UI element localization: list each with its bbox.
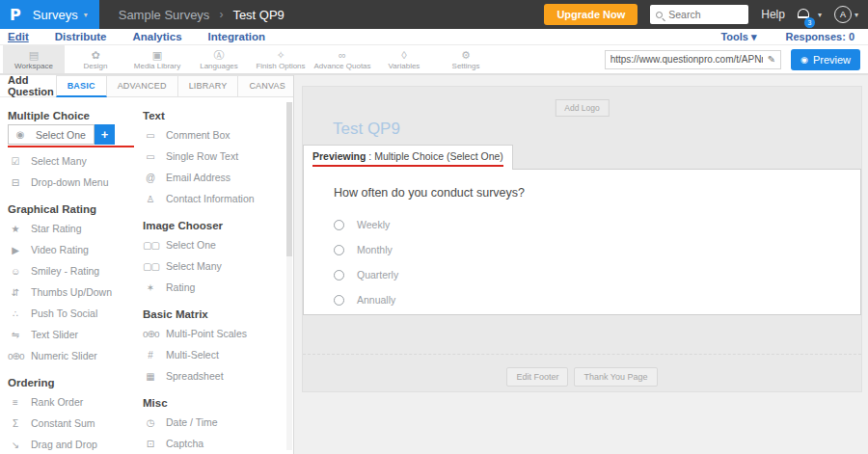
- panel-scrollbar[interactable]: [286, 102, 292, 450]
- toolbar-item-label: Media Library: [134, 62, 180, 70]
- radio-button[interactable]: [334, 220, 344, 230]
- toolbar-item-label: Design: [84, 62, 108, 70]
- question-type-rank-order[interactable]: ≡Rank Order: [8, 391, 143, 413]
- nav-tab-integration[interactable]: Integration: [208, 31, 265, 42]
- search-input[interactable]: [668, 9, 743, 20]
- toolbar-item-workspace[interactable]: ▤Workspace: [3, 45, 65, 73]
- question-type-multi-point-scales[interactable]: o⊕oMulti-Point Scales: [143, 323, 287, 344]
- surveys-menu[interactable]: Surveys ▾: [33, 8, 88, 22]
- question-type-date-time[interactable]: ◷Date / Time: [143, 412, 287, 433]
- question-type-comment-box[interactable]: ▭Comment Box: [143, 124, 287, 146]
- question-type-rating[interactable]: ✶Rating: [143, 277, 287, 298]
- survey-container: Add Logo Test QP9 Previewing : Multiple …: [303, 87, 861, 391]
- scrollbar-thumb[interactable]: [286, 102, 292, 256]
- thank-you-page-button[interactable]: Thank You Page: [574, 367, 657, 387]
- comment-icon: ▭: [143, 130, 157, 141]
- tools-menu[interactable]: Tools ▾: [720, 31, 756, 43]
- edit-url-icon[interactable]: ✎: [768, 54, 775, 65]
- question-type-multi-select[interactable]: #Multi-Select: [143, 344, 287, 365]
- notifications-button[interactable]: 3 ▾: [798, 11, 822, 19]
- question-type-drop-down-menu[interactable]: ⊟Drop-down Menu: [8, 172, 143, 193]
- question-type-select-one[interactable]: ◉Select One+: [8, 124, 143, 145]
- workspace-icon: ▤: [29, 49, 39, 61]
- video-icon: ▶: [8, 245, 22, 255]
- question-type-label: Comment Box: [166, 129, 231, 141]
- question-type-captcha[interactable]: ⊡Captcha: [143, 433, 287, 454]
- add-question-type-button[interactable]: +: [95, 124, 115, 145]
- question-type-push-to-social[interactable]: ∴Push To Social: [8, 303, 143, 324]
- survey-url-box: ✎: [605, 50, 781, 69]
- survey-canvas: Add Logo Test QP9 Previewing : Multiple …: [295, 75, 868, 454]
- survey-title[interactable]: Test QP9: [333, 120, 400, 139]
- add-question-panel: Add Question BASICADVANCEDLIBRARYCANVAS …: [0, 75, 294, 454]
- multi-point-icon: o⊕o: [143, 329, 157, 339]
- radio-button[interactable]: [334, 295, 344, 306]
- radio-button[interactable]: [334, 270, 344, 280]
- toolbar-item-media-library[interactable]: ▣Media Library: [126, 45, 188, 73]
- survey-url-input[interactable]: [610, 54, 763, 65]
- responses-count-link[interactable]: Responses: 0: [785, 31, 854, 43]
- question-type-thumbs-up-down[interactable]: ⇵Thumbs Up/Down: [8, 281, 143, 303]
- panel-tab-canvas[interactable]: CANVAS: [238, 75, 294, 97]
- toolbar-item-label: Workspace: [14, 62, 53, 70]
- help-link[interactable]: Help: [761, 8, 785, 21]
- radio-button[interactable]: [334, 245, 344, 255]
- nav-right: Tools ▾ Responses: 0: [720, 31, 854, 43]
- question-type-constant-sum[interactable]: ΣConstant Sum: [8, 413, 143, 434]
- question-type-select-many[interactable]: ▢▢Select Many: [143, 255, 287, 277]
- panel-column-1: Multiple Choice◉Select One+☑Select Many⊟…: [8, 99, 143, 454]
- panel-tab-basic[interactable]: BASIC: [56, 75, 107, 97]
- questionpro-logo[interactable]: P: [10, 6, 21, 24]
- toolbar-item-languages[interactable]: ⒶLanguages: [188, 45, 250, 73]
- question-type-smiley-rating[interactable]: ☺Smiley - Rating: [8, 260, 143, 281]
- question-type-label: Email Address: [166, 172, 231, 183]
- question-type-video-rating[interactable]: ▶Video Rating: [8, 239, 143, 260]
- edit-footer-button[interactable]: Edit Footer: [506, 367, 568, 387]
- drag-icon: ↘: [8, 440, 22, 450]
- answer-option-weekly: Weekly: [334, 212, 841, 237]
- question-type-box[interactable]: ◉Select One: [8, 124, 95, 145]
- toolbar-right: ✎ ◉ Preview: [605, 45, 868, 73]
- question-type-select-many[interactable]: ☑Select Many: [8, 150, 143, 172]
- question-preview-card: How often do you conduct surveys? Weekly…: [303, 169, 861, 315]
- question-type-email-address[interactable]: @Email Address: [143, 167, 287, 188]
- question-type-text-slider[interactable]: ⇋Text Slider: [8, 324, 143, 345]
- previewing-value: : Multiple Choice (Select One): [366, 150, 502, 162]
- toolbar-item-advance-quotas[interactable]: ∞Advance Quotas: [312, 45, 373, 73]
- question-type-single-row-text[interactable]: ▭Single Row Text: [143, 146, 287, 167]
- toolbar-item-variables[interactable]: ◊Variables: [373, 45, 435, 73]
- nav-tab-edit[interactable]: Edit: [8, 31, 29, 42]
- preview-button[interactable]: ◉ Preview: [791, 49, 860, 70]
- question-type-select-one[interactable]: ▢▢Select One: [143, 234, 287, 255]
- toolbar-item-settings[interactable]: ⚙Settings: [435, 45, 497, 73]
- notification-badge: 3: [804, 17, 815, 28]
- img-rating-icon: ✶: [143, 282, 157, 293]
- upgrade-now-button[interactable]: Upgrade Now: [544, 4, 637, 25]
- answer-options: WeeklyMonthlyQuarterlyAnnually: [334, 212, 841, 312]
- panel-tabs: BASICADVANCEDLIBRARYCANVAS: [56, 75, 294, 97]
- account-menu[interactable]: A ▾: [834, 6, 858, 23]
- panel-tab-library[interactable]: LIBRARY: [178, 75, 239, 97]
- panel-tab-advanced[interactable]: ADVANCED: [107, 75, 178, 97]
- panel-title: Add Question: [8, 75, 54, 97]
- nav-tab-distribute[interactable]: Distribute: [55, 31, 107, 42]
- brand-area: P Surveys ▾: [0, 0, 99, 29]
- question-type-drag-and-drop[interactable]: ↘Drag and Drop: [8, 434, 143, 454]
- nav-tab-analytics[interactable]: Analytics: [132, 31, 181, 42]
- question-type-spreadsheet[interactable]: ▦Spreadsheet: [143, 365, 287, 387]
- toolbar-item-label: Finish Options: [256, 62, 305, 70]
- finish-options-icon: ✧: [276, 49, 285, 61]
- media-library-icon: ▣: [152, 49, 162, 61]
- question-type-contact-information[interactable]: ♙Contact Information: [143, 188, 287, 209]
- breadcrumb-sample-surveys[interactable]: Sample Surveys: [119, 8, 210, 22]
- search-icon: [656, 12, 663, 18]
- question-type-numeric-slider[interactable]: o⊕oNumeric Slider: [8, 345, 143, 366]
- footer-buttons: Edit FooterThank You Page: [303, 367, 861, 387]
- question-type-star-rating[interactable]: ★Star Rating: [8, 218, 143, 239]
- date-icon: ◷: [143, 417, 157, 428]
- toolbar-item-label: Variables: [389, 62, 420, 70]
- toolbar-item-design[interactable]: ✿Design: [65, 45, 126, 73]
- toolbar-item-finish-options[interactable]: ✧Finish Options: [250, 45, 312, 73]
- add-logo-button[interactable]: Add Logo: [555, 99, 609, 117]
- question-type-label: Numeric Slider: [31, 350, 97, 361]
